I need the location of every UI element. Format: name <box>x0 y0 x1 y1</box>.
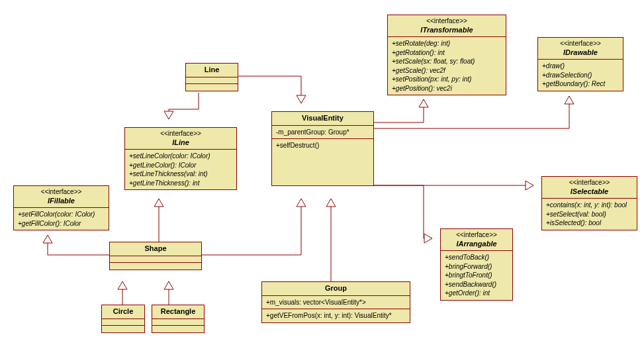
op: +bringForward() <box>445 262 508 271</box>
op: +setRotate(deg: int) <box>392 39 502 48</box>
svg-marker-10 <box>118 281 127 289</box>
class-Rectangle: Rectangle <box>152 305 205 333</box>
uml-class-diagram: { "stereotype": "<<interface>>", "classe… <box>0 0 644 343</box>
op: +setPosition(px: int, py: int) <box>392 75 502 84</box>
op: +setScale(sx: float, sy: float) <box>392 57 502 66</box>
class-ISelectable: <<interface>> ISelectable +contains(x: i… <box>541 176 637 230</box>
op: +setFillColor(color: IColor) <box>18 210 105 219</box>
class-VisualEntity: VisualEntity -m_parentGroup: Group* +sel… <box>271 111 374 186</box>
op: +getLineColor(): IColor <box>129 161 232 170</box>
class-name: ISelectable <box>546 187 633 197</box>
op: +getFillColor(): IColor <box>18 219 105 228</box>
class-name: Circle <box>106 307 140 317</box>
attr: +m_visuals: vector<VisualEntity*> <box>266 298 406 307</box>
op: +getRotation(): int <box>392 48 502 58</box>
op: +getPosition(): vec2i <box>392 84 502 93</box>
op: +drawSelection() <box>542 71 619 80</box>
op: +contains(x: int, y: int): bool <box>546 201 633 210</box>
svg-marker-11 <box>164 281 173 289</box>
stereotype: <<interface>> <box>392 17 502 26</box>
class-ITransformable: <<interface>> ITransformable +setRotate(… <box>387 15 506 95</box>
class-name: ITransformable <box>392 26 502 35</box>
class-name: IDrawable <box>542 48 619 58</box>
op: +sendBackward() <box>445 280 508 289</box>
svg-marker-6 <box>326 199 336 207</box>
svg-marker-5 <box>297 199 306 207</box>
op: +getScale(): vec2f <box>392 66 502 75</box>
op: +setLineColor(color: IColor) <box>129 152 232 161</box>
stereotype: <<interface>> <box>129 130 232 138</box>
svg-marker-4 <box>297 95 306 103</box>
op: +setLineThickness(val: int) <box>129 170 232 179</box>
op: +selfDestruct() <box>276 141 369 150</box>
svg-marker-2 <box>526 181 533 190</box>
class-ILine: <<interface>> ILine +setLineColor(color:… <box>124 127 237 190</box>
svg-marker-3 <box>424 234 432 243</box>
op: +getVEFromPos(x: int, y: int): VisualEnt… <box>266 311 406 320</box>
op: +sendToBack() <box>445 253 508 262</box>
svg-marker-0 <box>419 99 428 107</box>
attrs-empty <box>152 319 204 326</box>
svg-marker-1 <box>565 96 574 104</box>
ops-empty <box>152 326 204 332</box>
attrs-empty <box>186 77 238 84</box>
op: +getBoundary(): Rect <box>542 79 619 89</box>
attrs-empty <box>110 256 201 263</box>
stereotype: <<interface>> <box>445 231 508 240</box>
class-IDrawable: <<interface>> IDrawable +draw() +drawSel… <box>537 37 623 91</box>
class-IArrangable: <<interface>> IArrangable +sendToBack() … <box>440 228 513 301</box>
stereotype: <<interface>> <box>546 179 633 187</box>
class-name: IFillable <box>18 197 105 206</box>
class-Group: Group +m_visuals: vector<VisualEntity*> … <box>261 281 410 323</box>
class-name: Shape <box>114 244 197 254</box>
class-Shape: Shape <box>109 242 202 270</box>
ops-empty <box>102 326 144 332</box>
class-name: Line <box>190 66 234 75</box>
op: +draw() <box>542 62 619 71</box>
op: +getOrder(): int <box>445 289 508 298</box>
stereotype: <<interface>> <box>18 188 105 197</box>
stereotype: <<interface>> <box>542 40 619 48</box>
svg-marker-8 <box>154 199 163 207</box>
attrs-empty <box>102 319 144 326</box>
class-name: VisualEntity <box>276 114 369 123</box>
op: +setSelect(val: bool) <box>546 210 633 219</box>
svg-marker-7 <box>164 111 173 119</box>
ops-empty <box>186 84 238 91</box>
svg-marker-9 <box>43 235 52 243</box>
class-name: ILine <box>129 138 232 148</box>
op: +getLineThickness(): int <box>129 179 232 188</box>
op: +isSelected(): bool <box>546 219 633 228</box>
attr: -m_parentGroup: Group* <box>276 128 369 137</box>
class-name: Rectangle <box>156 307 200 317</box>
ops-empty <box>110 263 201 270</box>
class-name: IArrangable <box>445 240 508 249</box>
op: +bringtToFront() <box>445 271 508 280</box>
class-name: Group <box>266 284 406 293</box>
class-Line: Line <box>185 63 238 91</box>
class-Circle: Circle <box>101 305 145 333</box>
class-IFillable: <<interface>> IFillable +setFillColor(co… <box>13 185 109 230</box>
